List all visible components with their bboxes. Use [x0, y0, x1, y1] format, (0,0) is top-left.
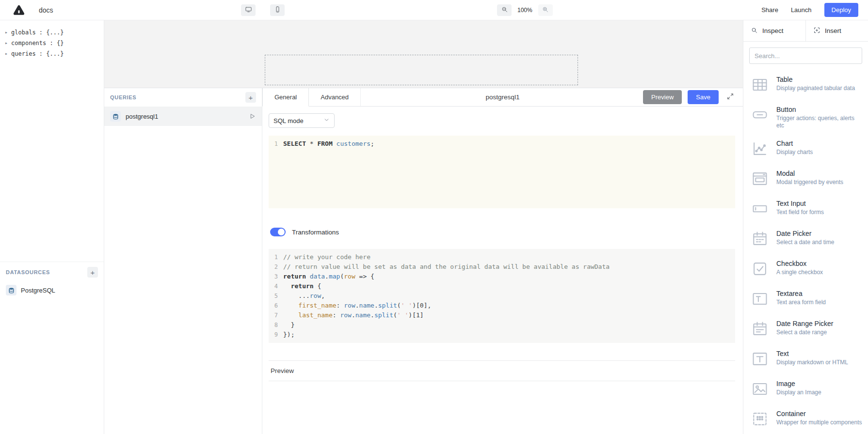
- component-card[interactable]: TextDisplay markdown or HTML: [749, 344, 862, 374]
- table-icon: [749, 74, 771, 95]
- line-number: 4: [269, 281, 283, 291]
- component-text: CheckboxA single checkbox: [776, 258, 823, 279]
- code-line: 3return data.map(row => {: [269, 272, 735, 281]
- code-line: 8 }: [269, 320, 735, 330]
- component-card[interactable]: Date PickerSelect a date and time: [749, 224, 862, 254]
- query-list-item[interactable]: postgresql1: [104, 107, 262, 126]
- component-card[interactable]: TableDisplay paginated tabular data: [749, 70, 862, 100]
- component-description: Trigger actions: queries, alerts etc: [776, 115, 862, 129]
- transformations-toggle[interactable]: [270, 228, 286, 236]
- component-card[interactable]: ImageDisplay an Image: [749, 374, 862, 404]
- datasource-name: PostgreSQL: [21, 287, 55, 294]
- right-panel: Inspect Insert TableDisplay paginated ta…: [743, 20, 868, 434]
- component-card[interactable]: ButtonTrigger actions: queries, alerts e…: [749, 100, 862, 134]
- tree-item[interactable]: ▸components : {}: [5, 38, 104, 48]
- datasource-item[interactable]: PostgreSQL: [0, 280, 104, 300]
- sql-mode-select[interactable]: SQL mode: [269, 113, 335, 128]
- component-description: Display markdown or HTML: [776, 359, 848, 366]
- component-card[interactable]: ModalModal triggered by events: [749, 164, 862, 194]
- right-panel-tabs: Inspect Insert: [743, 20, 868, 42]
- tab-inspect-label: Inspect: [762, 27, 784, 34]
- expand-icon: [726, 94, 734, 102]
- text-input-icon: [749, 198, 771, 219]
- component-card[interactable]: ChartDisplay charts: [749, 134, 862, 164]
- tree-item-label: queries : {...}: [11, 50, 64, 57]
- image-icon: [749, 378, 771, 400]
- component-card[interactable]: Text InputText field for forms: [749, 194, 862, 224]
- queries-title: QUERIES: [110, 94, 136, 100]
- tab-insert[interactable]: Insert: [806, 20, 868, 41]
- tree-item[interactable]: ▸queries : {...}: [5, 48, 104, 59]
- add-query-button[interactable]: +: [245, 92, 256, 103]
- component-name: Modal: [776, 169, 843, 178]
- desktop-view-button[interactable]: [241, 4, 256, 16]
- canvas-mode-toggles: [241, 4, 285, 16]
- line-number: 7: [269, 310, 283, 320]
- save-button[interactable]: Save: [688, 90, 719, 104]
- chevron-right-icon: ▸: [5, 30, 8, 35]
- add-datasource-button[interactable]: +: [87, 267, 98, 278]
- app-canvas[interactable]: [104, 20, 743, 88]
- app-logo-icon[interactable]: [13, 4, 25, 16]
- postgresql-icon: [6, 285, 16, 295]
- tab-insert-label: Insert: [825, 27, 841, 34]
- component-card[interactable]: Date Range PickerSelect a date range: [749, 314, 862, 344]
- tab-general[interactable]: General: [262, 88, 309, 107]
- component-text: ContainerWrapper for multiple components: [776, 408, 862, 430]
- run-query-icon[interactable]: [248, 112, 256, 120]
- component-list: TableDisplay paginated tabular dataButto…: [743, 70, 868, 434]
- line-number: 1: [269, 252, 283, 262]
- preview-button[interactable]: Preview: [643, 90, 682, 104]
- sql-editor[interactable]: 1SELECT * FROM customers;: [269, 136, 735, 208]
- line-number: 8: [269, 320, 283, 330]
- expand-editor-button[interactable]: [724, 92, 736, 103]
- topbar-actions: Share Launch Deploy: [761, 3, 868, 17]
- preview-section: Preview: [269, 360, 735, 381]
- deploy-button[interactable]: Deploy: [824, 3, 858, 17]
- component-search-input[interactable]: [749, 47, 862, 64]
- zoom-out-button[interactable]: [497, 4, 512, 16]
- component-description: Display charts: [776, 149, 813, 156]
- component-card[interactable]: CheckboxA single checkbox: [749, 254, 862, 284]
- search-icon: [751, 27, 758, 35]
- workspace: ▸globals : {...}▸components : {}▸queries…: [0, 20, 868, 434]
- tree-item[interactable]: ▸globals : {...}: [5, 27, 104, 38]
- component-text: TableDisplay paginated tabular data: [776, 74, 855, 95]
- component-name: Chart: [776, 139, 813, 148]
- tree-item-label: components : {}: [11, 40, 64, 46]
- datasources-header: DATASOURCES +: [0, 262, 104, 280]
- text-icon: [749, 348, 771, 370]
- component-description: Display paginated tabular data: [776, 85, 855, 92]
- app-name: docs: [39, 6, 53, 14]
- mobile-icon: [274, 6, 281, 15]
- mobile-view-button[interactable]: [270, 4, 285, 16]
- component-card[interactable]: ContainerWrapper for multiple components: [749, 404, 862, 434]
- line-number: 5: [269, 291, 283, 301]
- launch-button[interactable]: Launch: [791, 6, 812, 14]
- datasources-title: DATASOURCES: [6, 269, 50, 275]
- component-text: Date PickerSelect a date and time: [776, 228, 834, 249]
- left-sidebar: ▸globals : {...}▸components : {}▸queries…: [0, 20, 104, 434]
- component-card[interactable]: TextareaText area form field: [749, 284, 862, 314]
- code-text: return data.map(row => {: [283, 272, 374, 281]
- brand: docs: [0, 4, 53, 16]
- button-icon: [749, 104, 771, 125]
- code-text: // write your code here: [283, 252, 370, 262]
- transformations-editor[interactable]: 1// write your code here2// return value…: [269, 249, 735, 343]
- widget-drop-zone[interactable]: [265, 55, 578, 85]
- topbar: docs 100% Share Launch Deploy: [0, 0, 868, 20]
- code-line: 1// write your code here: [269, 252, 735, 262]
- postgresql-icon: [110, 111, 121, 122]
- zoom-controls: 100%: [497, 4, 553, 16]
- tab-advanced[interactable]: Advanced: [309, 88, 360, 106]
- line-number: 3: [269, 272, 283, 281]
- share-button[interactable]: Share: [761, 6, 778, 14]
- sql-mode-value: SQL mode: [273, 117, 304, 124]
- tab-inspect[interactable]: Inspect: [743, 20, 806, 41]
- date-picker-icon: [749, 228, 771, 249]
- code-line: 1SELECT * FROM customers;: [269, 139, 735, 149]
- textarea-icon: [749, 288, 771, 310]
- zoom-in-button[interactable]: [538, 4, 553, 16]
- query-editor: postgresql1 General Advanced Preview Sav…: [262, 88, 743, 434]
- query-name: postgresql1: [126, 113, 158, 120]
